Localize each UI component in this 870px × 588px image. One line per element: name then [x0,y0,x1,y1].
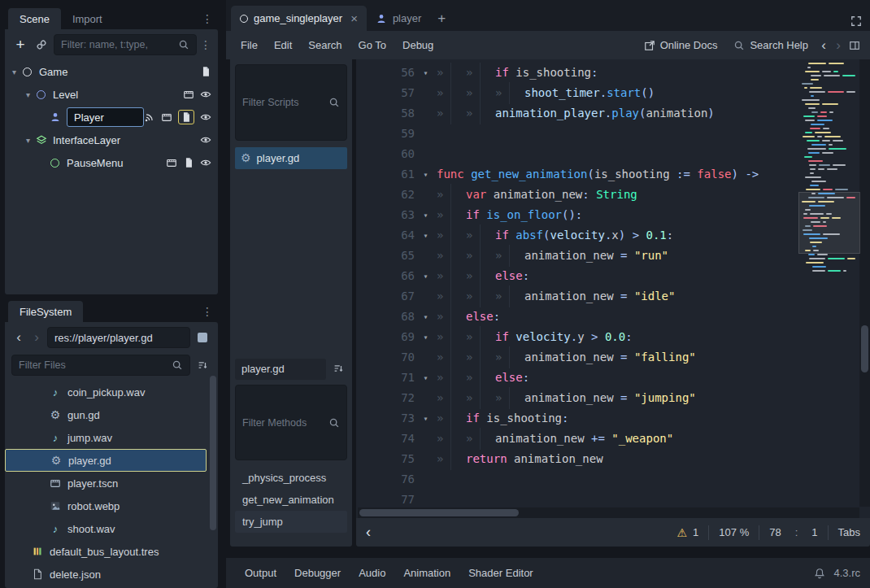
script-icon[interactable] [183,157,194,168]
code-line[interactable]: 69▾»»if velocity.y > 0.0: [356,327,859,347]
tab-import[interactable]: Import [61,8,114,29]
fs-path-input[interactable]: res://player/player.gd [47,327,190,348]
signal-icon[interactable] [144,111,155,123]
menu-file[interactable]: File [233,34,266,56]
bottom-panel-shader-editor[interactable]: Shader Editor [459,562,542,584]
close-tab-icon[interactable]: × [350,11,358,25]
code-line[interactable]: 72»»»animation_new = "jumping" [356,388,859,408]
code-hscrollbar[interactable] [358,507,859,518]
code-line[interactable]: 66▾»»else: [356,266,859,286]
file-filter-input[interactable]: Filter Files [11,355,190,376]
script-tab-game-singleplayer[interactable]: game_singleplayer × [231,6,367,31]
file-item-robot.webp[interactable]: robot.webp [5,494,218,517]
file-item-delete.json[interactable]: delete.json [5,563,218,586]
eye-icon[interactable] [200,157,211,168]
scene-node-player[interactable]: Player [5,106,218,128]
file-item-coin_pickup.wav[interactable]: ♪coin_pickup.wav [5,381,218,403]
code-line[interactable]: 76 [356,469,859,490]
bottom-panel-audio[interactable]: Audio [350,562,394,584]
fold-icon[interactable]: ▾ [415,307,437,327]
minimap[interactable] [800,62,859,275]
minimap-viewport[interactable] [798,192,860,254]
fold-icon[interactable]: ▾ [415,327,437,347]
filelist-scrollbar-thumb[interactable] [210,376,216,530]
indent-mode-indicator[interactable]: Tabs [838,526,860,538]
film-icon[interactable] [161,111,172,123]
fold-icon[interactable]: ▾ [415,63,437,83]
tree-expand-icon[interactable]: ▾ [8,68,20,76]
code-line[interactable]: 58»»animation_player.play(animation) [356,103,859,124]
fold-icon[interactable]: ▾ [415,225,437,246]
search-help-button[interactable]: Search Help [725,39,816,51]
file-item-jump.wav[interactable]: ♪jump.wav [5,426,218,449]
scene-node-game[interactable]: ▾Game [5,60,218,83]
eye-icon[interactable] [200,89,211,100]
code-line[interactable]: 57»»»shoot_timer.start() [356,83,859,103]
code-line[interactable]: 61▾func get_new_animation(is_shooting :=… [356,164,859,185]
fold-icon[interactable]: ▾ [415,164,437,185]
bottom-panel-animation[interactable]: Animation [394,562,459,584]
fold-icon[interactable]: ▾ [415,266,437,286]
tab-scene[interactable]: Scene [8,8,61,29]
code-line[interactable]: 75»return animation_new [356,449,859,469]
scene-filter-input[interactable]: Filter: name, t:type, [54,34,197,55]
scene-dock-menu-icon[interactable]: ⋮ [200,12,215,25]
scene-node-interfacelayer[interactable]: ▾InterfaceLayer [5,128,218,151]
code-line[interactable]: 70»»»animation_new = "falling" [356,347,859,368]
script-icon[interactable] [200,66,211,77]
warnings-indicator[interactable]: ⚠ 1 [677,526,699,539]
code-line[interactable]: 62»var animation_new: String [356,185,859,205]
code-line[interactable]: 68▾»else: [356,307,859,327]
tab-filesystem[interactable]: FileSystem [8,301,83,322]
menu-go-to[interactable]: Go To [350,34,394,56]
code-line[interactable]: 63▾»if is_on_floor(): [356,205,859,225]
filesystem-dock-menu-icon[interactable]: ⋮ [200,305,215,318]
code-line[interactable]: 56▾»»if is_shooting: [356,63,859,83]
file-item-default_bus_layout.tres[interactable]: default_bus_layout.tres [5,540,218,563]
code-line[interactable]: 60 [356,144,859,164]
fold-icon[interactable]: ▾ [415,408,437,429]
eye-icon[interactable] [200,134,211,146]
menu-search[interactable]: Search [300,34,350,56]
new-tab-button[interactable]: + [430,6,453,31]
menu-edit[interactable]: Edit [266,34,300,56]
file-item-gun.gd[interactable]: ⚙gun.gd [5,403,218,426]
scene-tree-menu-icon[interactable]: ⋮ [200,38,211,51]
file-item-shoot.wav[interactable]: ♪shoot.wav [5,517,218,540]
film-icon[interactable] [166,157,177,168]
instantiate-scene-button[interactable] [33,35,50,54]
history-back-button[interactable]: ‹ [816,37,831,54]
code-line[interactable]: 77 [356,490,859,507]
method-item-_physics_process[interactable]: _physics_process [235,467,347,489]
online-docs-button[interactable]: Online Docs [636,39,726,51]
code-line[interactable]: 74»»animation_new += "_weapon" [356,429,859,449]
fs-back-button[interactable]: ‹ [11,329,26,346]
fs-split-mode-button[interactable] [194,328,211,347]
current-script-dropdown[interactable]: player.gd [235,359,326,380]
scene-node-level[interactable]: ▾Level [5,83,218,106]
fold-icon[interactable]: ▾ [415,368,437,388]
code-line[interactable]: 67»»»animation_new = "idle" [356,286,859,307]
method-item-try_jump[interactable]: try_jump [235,511,347,533]
script-tab-player[interactable]: player [367,6,430,31]
method-sort-button[interactable] [329,359,347,378]
node-rename-input[interactable]: Player [67,107,144,127]
code-vscrollbar[interactable] [859,59,870,507]
code-editor[interactable]: 56▾»»if is_shooting:57»»»shoot_timer.sta… [356,63,859,507]
caret-position-indicator[interactable]: 78 : 1 [769,526,817,538]
bottom-panel-output[interactable]: Output [236,562,285,584]
filter-scripts-input[interactable]: Filter Scripts [235,64,347,141]
bottom-panel-debugger[interactable]: Debugger [285,562,350,584]
script-item-player.gd[interactable]: ⚙player.gd [235,147,347,169]
code-line[interactable]: 65»»»animation_new = "run" [356,246,859,266]
filter-methods-input[interactable]: Filter Methods [235,385,347,461]
film-icon[interactable] [183,89,194,100]
panel-layout-button[interactable] [846,36,863,55]
vscrollbar-thumb[interactable] [861,325,868,372]
add-node-button[interactable]: + [11,35,29,54]
method-item-get_new_animation[interactable]: get_new_animation [235,489,347,511]
tree-expand-icon[interactable]: ▾ [22,136,34,145]
code-line[interactable]: 73▾»if is_shooting: [356,408,859,429]
toggle-scripts-panel-button[interactable]: ‹ [366,524,385,541]
tree-expand-icon[interactable]: ▾ [22,90,34,99]
